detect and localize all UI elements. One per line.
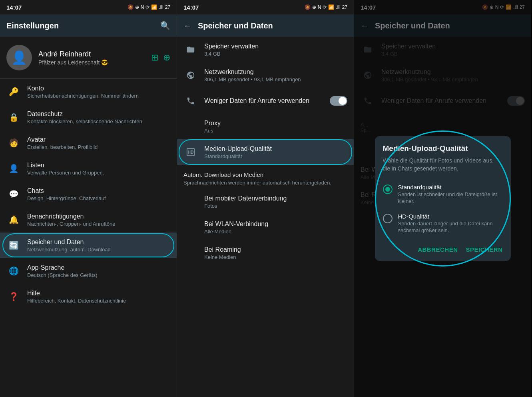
hd-radio[interactable] <box>383 214 393 223</box>
signal-icon-2: .ill <box>336 4 340 10</box>
profile-section[interactable]: 👤 André Reinhardt Pfälzer aus Leidenscha… <box>0 37 177 79</box>
wifi-icon-2: 📶 <box>328 4 334 10</box>
panel-speicher-daten-2: 14:07 🔕 ⊕ N ⟳ 📶 .ill 27 ← Speicher und D… <box>177 0 354 397</box>
app-sprache-icon: 🌐 <box>6 264 21 278</box>
sidebar-item-listen[interactable]: 👤 Listen Verwalte Personen und Gruppen. <box>0 156 177 181</box>
dialog-overlay[interactable]: Medien-Upload-Qualität Wähle die Qualitä… <box>354 0 531 397</box>
sync-icon: ⟳ <box>145 4 149 10</box>
bluetooth-icon: ⊕ <box>135 4 139 10</box>
nfc-icon: N <box>141 4 144 10</box>
hilfe-icon: ❓ <box>6 289 21 304</box>
status-time-2: 14:07 <box>183 4 199 11</box>
datenschutz-title: Datenschutz <box>27 110 170 118</box>
medien-upload-title: Medien-Upload-Qualität <box>204 145 347 152</box>
status-icons-1: 🔕 ⊕ N ⟳ 📶 .ill 27 <box>128 4 170 10</box>
page-title-2: Speicher und Daten <box>198 21 347 30</box>
datenschutz-subtitle: Kontakte blockieren, selbstlöschende Nac… <box>27 118 170 124</box>
wlan-title: Bei WLAN-Verbindung <box>204 221 347 228</box>
wlan-icon <box>183 220 198 235</box>
weniger-daten-item[interactable]: Weniger Daten für Anrufe verwenden <box>177 88 354 114</box>
speicher-icon: 🔄 <box>6 238 21 253</box>
standard-radio[interactable] <box>383 184 393 194</box>
battery-icon: 27 <box>165 4 170 10</box>
mobil-title: Bei mobiler Datenverbindung <box>204 195 347 202</box>
netzwerknutzung-item[interactable]: Netzwerknutzung 306,1 MB gesendet • 93,1… <box>177 62 354 88</box>
app-sprache-title: App-Sprache <box>27 264 170 271</box>
avatar-title: Avatar <box>27 136 170 143</box>
mobil-icon <box>183 194 198 209</box>
svg-text:HD: HD <box>188 150 194 154</box>
proxy-title: Proxy <box>204 120 347 127</box>
proxy-icon <box>183 119 198 134</box>
status-bar-1: 14:07 🔕 ⊕ N ⟳ 📶 .ill 27 <box>0 0 177 14</box>
cancel-button[interactable]: Abbrechen <box>418 246 458 253</box>
chats-title: Chats <box>27 187 170 194</box>
chats-icon: 💬 <box>6 187 21 201</box>
hd-quality-option[interactable]: HD-Qualität Senden dauert länger und die… <box>383 209 503 238</box>
notification-icon-2: 🔕 <box>305 4 311 10</box>
network-icon <box>183 68 198 82</box>
listen-title: Listen <box>27 162 170 169</box>
settings-list: 🔑 Konto Sicherheitsbenachrichtigungen, N… <box>0 79 177 397</box>
save-button[interactable]: Speichern <box>466 246 502 253</box>
status-time-1: 14:07 <box>6 4 22 11</box>
app-sprache-subtitle: Deutsch (Sprache des Geräts) <box>27 272 170 278</box>
konto-icon: 🔑 <box>6 84 21 99</box>
roaming-icon <box>183 246 198 260</box>
top-bar-2: ← Speicher und Daten <box>177 14 354 37</box>
qr-code-icon[interactable]: ⊞ <box>151 52 158 63</box>
sidebar-item-datenschutz[interactable]: 🔒 Datenschutz Kontakte blockieren, selbs… <box>0 104 177 130</box>
dialog-actions: Abbrechen Speichern <box>383 246 503 253</box>
add-profile-icon[interactable]: ⊕ <box>163 52 170 63</box>
sidebar-item-benachrichtigungen[interactable]: 🔔 Benachrichtigungen Nachrichten-, Grupp… <box>0 207 177 233</box>
hd-label: HD-Qualität <box>398 213 503 220</box>
status-bar-2: 14:07 🔕 ⊕ N ⟳ 📶 .ill 27 <box>177 0 354 14</box>
roaming-title: Bei Roaming <box>204 246 347 253</box>
search-icon[interactable]: 🔍 <box>160 21 170 30</box>
sidebar-item-avatar[interactable]: 🧑 Avatar Erstellen, bearbeiten, Profilbi… <box>0 130 177 156</box>
speicher-title: Speicher und Daten <box>27 239 170 246</box>
roaming-download-item[interactable]: Bei Roaming Keine Medien <box>177 240 354 266</box>
speicher-verwalten-title: Speicher verwalten <box>204 43 347 50</box>
proxy-item[interactable]: Proxy Aus <box>177 114 354 139</box>
roaming-subtitle: Keine Medien <box>204 254 347 260</box>
listen-icon: 👤 <box>6 161 21 176</box>
chats-subtitle: Design, Hintergründe, Chatverlauf <box>27 195 170 201</box>
speicher-verwalten-item[interactable]: Speicher verwalten 3,4 GB <box>177 37 354 62</box>
standard-quality-option[interactable]: Standardqualität Senden ist schneller un… <box>383 180 503 209</box>
dialog-desc: Wähle die Qualität für Fotos und Videos … <box>383 157 503 172</box>
konto-subtitle: Sicherheitsbenachrichtigungen, Nummer än… <box>27 93 170 99</box>
media-quality-dialog: Medien-Upload-Qualität Wähle die Qualitä… <box>375 136 511 261</box>
profile-status: Pfälzer aus Leidenschaft 😎 <box>38 59 145 66</box>
sidebar-item-app-sprache[interactable]: 🌐 App-Sprache Deutsch (Sprache des Gerät… <box>0 258 177 284</box>
avatar-subtitle: Erstellen, bearbeiten, Profilbild <box>27 144 170 150</box>
hilfe-subtitle: Hilfebereich, Kontakt, Datenschutzrichtl… <box>27 298 170 304</box>
wlan-download-item[interactable]: Bei WLAN-Verbindung Alle Medien <box>177 215 354 240</box>
panel-einstellungen: 14:07 🔕 ⊕ N ⟳ 📶 .ill 27 Einstellungen 🔍 … <box>0 0 177 397</box>
back-button-2[interactable]: ← <box>183 21 191 30</box>
phone-icon <box>183 94 198 108</box>
sidebar-item-hilfe[interactable]: ❓ Hilfe Hilfebereich, Kontakt, Datenschu… <box>0 284 177 309</box>
notification-icon: 🔕 <box>128 4 133 10</box>
standard-label: Standardqualität <box>398 184 503 190</box>
weniger-daten-title: Weniger Daten für Anrufe verwenden <box>204 97 323 104</box>
listen-subtitle: Verwalte Personen und Gruppen. <box>27 170 170 176</box>
netzwerknutzung-subtitle: 306,1 MB gesendet • 93,1 MB empfangen <box>204 76 347 82</box>
hilfe-title: Hilfe <box>27 290 170 297</box>
sidebar-item-konto[interactable]: 🔑 Konto Sicherheitsbenachrichtigungen, N… <box>0 79 177 104</box>
weniger-daten-toggle[interactable] <box>330 96 347 106</box>
signal-icon: .ill <box>159 4 163 10</box>
medien-upload-item[interactable]: HD Medien-Upload-Qualität Standardqualit… <box>177 139 354 165</box>
sidebar-item-chats[interactable]: 💬 Chats Design, Hintergründe, Chatverlau… <box>0 181 177 207</box>
medien-upload-icon: HD <box>183 145 198 159</box>
sidebar-item-speicher[interactable]: 🔄 Speicher und Daten Netzwerknutzung, au… <box>0 233 177 258</box>
mobil-download-item[interactable]: Bei mobiler Datenverbindung Fotos <box>177 189 354 215</box>
medien-upload-subtitle: Standardqualität <box>204 153 347 159</box>
konto-title: Konto <box>27 85 170 92</box>
proxy-subtitle: Aus <box>204 128 347 134</box>
mobil-subtitle: Fotos <box>204 203 347 209</box>
nfc-icon-2: N <box>318 4 321 10</box>
auto-download-label: Autom. Download von Medien Sprachnachric… <box>177 165 354 189</box>
folder-icon <box>183 42 198 57</box>
benachrichtigungen-icon: 🔔 <box>6 213 21 227</box>
